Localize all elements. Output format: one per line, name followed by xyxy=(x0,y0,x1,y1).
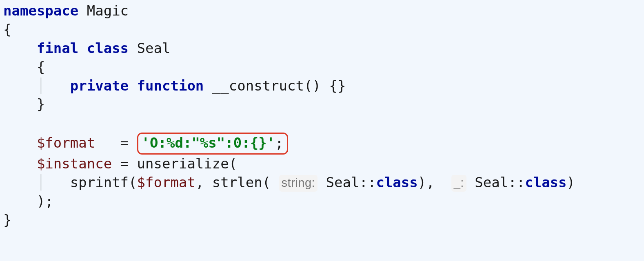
param-hint-string: string: xyxy=(279,175,318,192)
keyword-final: final xyxy=(37,40,78,56)
kw-class-2: class xyxy=(525,174,566,190)
param-hint-under: _: xyxy=(451,175,466,192)
keyword-class: class xyxy=(87,40,129,56)
kw-class-1: class xyxy=(376,174,417,190)
seal-ref-1: Seal xyxy=(326,174,360,190)
brace-open: { xyxy=(3,21,11,38)
fn-sprintf: sprintf xyxy=(70,174,129,190)
assign: = xyxy=(120,135,129,151)
lparen: ( xyxy=(229,155,237,172)
semicolon: ; xyxy=(275,135,283,151)
ns-close: } xyxy=(3,212,11,228)
indent-guide: │ xyxy=(37,174,45,190)
class-brace-close: } xyxy=(37,96,45,112)
code-editor[interactable]: namespace Magic { final class Seal { │ p… xyxy=(0,0,644,233)
class-name: Seal xyxy=(137,40,171,56)
seal-ref-2: Seal xyxy=(475,174,508,190)
var-instance: $instance xyxy=(37,155,112,172)
double-colon-1: :: xyxy=(359,174,376,190)
fn-strlen: strlen xyxy=(212,174,262,190)
double-colon-2: :: xyxy=(508,174,525,190)
var-format: $format xyxy=(37,135,95,151)
rparen: ) xyxy=(567,174,575,190)
keyword-function: function xyxy=(137,77,204,94)
ctor-parens: () xyxy=(304,77,321,94)
constructor-name: __construct xyxy=(212,77,304,94)
assign2: = xyxy=(120,155,129,172)
class-brace-open: { xyxy=(37,59,45,75)
line: namespace Magic xyxy=(3,2,129,19)
indent-guide: │ xyxy=(37,77,45,94)
highlight-box: 'O:%d:"%s":0:{}'; xyxy=(137,133,288,155)
stmt-close: ); xyxy=(37,193,53,209)
ctor-body: {} xyxy=(329,77,346,94)
string-literal: 'O:%d:"%s":0:{}' xyxy=(142,135,275,151)
fn-unserialize: unserialize xyxy=(137,155,229,172)
keyword-namespace: namespace xyxy=(3,2,78,19)
arg-format: $format xyxy=(137,174,195,190)
keyword-private: private xyxy=(70,77,129,94)
namespace-name: Magic xyxy=(87,2,129,19)
